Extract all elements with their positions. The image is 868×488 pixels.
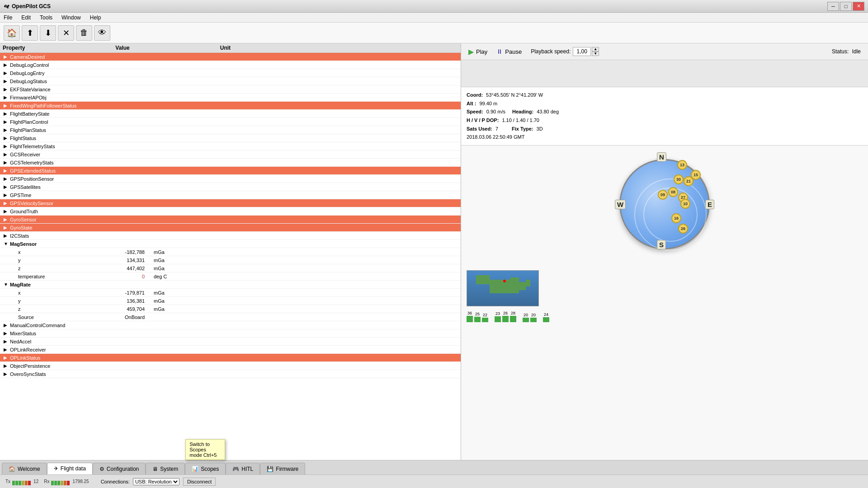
- tree-row[interactable]: ▶ GPSExtendedStatus: [0, 167, 461, 175]
- tree-area[interactable]: ▶ CameraDesired ▶ DebugLogControl ▶ Debu…: [0, 53, 461, 460]
- tx-seg: [22, 481, 24, 485]
- row-name: OveroSyncStats: [10, 371, 109, 377]
- tree-row[interactable]: y 136,381 mGa: [0, 297, 461, 305]
- row-name: FlightTelemetryStats: [10, 144, 109, 149]
- trash-button[interactable]: 🗑: [76, 25, 92, 41]
- sig-col: 20: [523, 313, 529, 322]
- tree-row[interactable]: ▶ OPLinkStatus: [0, 354, 461, 362]
- tree-row[interactable]: ▶ GCSReceiver: [0, 150, 461, 159]
- tree-row[interactable]: ▶ FlightPlanStatus: [0, 126, 461, 134]
- tree-row[interactable]: ▶ I2CStats: [0, 232, 461, 240]
- tree-row[interactable]: x -179,871 mGa: [0, 289, 461, 297]
- playback-speed-area: Playback speed: ▲ ▼: [531, 47, 599, 56]
- tree-row[interactable]: ▶ DebugLogStatus: [0, 77, 461, 85]
- tree-row[interactable]: z 459,704 mGa: [0, 305, 461, 313]
- speed-down-button[interactable]: ▼: [592, 52, 599, 56]
- tree-row[interactable]: ▶ FlightPlanControl: [0, 118, 461, 126]
- row-name: GCSTelemetryStats: [10, 160, 109, 165]
- tx-label: Tx: [5, 479, 10, 484]
- menu-edit[interactable]: Edit: [19, 14, 33, 22]
- tree-row[interactable]: z 447,402 mGa: [0, 264, 461, 272]
- tab-firmware[interactable]: 💾 Firmware: [260, 463, 305, 474]
- tab-hitl[interactable]: 🎮 HITL: [226, 463, 260, 474]
- tree-row[interactable]: ▶ OveroSyncStats: [0, 370, 461, 378]
- tree-row[interactable]: temperature 0 deg C: [0, 272, 461, 281]
- row-name: GroundTruth: [10, 209, 109, 214]
- map-land: [519, 282, 526, 290]
- tree-row[interactable]: ▶ FlightBatteryState: [0, 110, 461, 118]
- menu-file[interactable]: File: [2, 14, 14, 22]
- tree-row[interactable]: ▶ OPLinkReceiver: [0, 346, 461, 354]
- minimize-button[interactable]: ─: [827, 2, 839, 11]
- upload-button[interactable]: ⬆: [22, 25, 38, 41]
- sig-col: 22: [482, 313, 488, 322]
- speed-input[interactable]: [573, 47, 591, 56]
- play-label: Play: [476, 48, 487, 55]
- sig-bar: [543, 317, 549, 322]
- tree-row[interactable]: ▼ MagRate: [0, 281, 461, 289]
- home-button[interactable]: 🏠: [4, 25, 20, 41]
- tree-row[interactable]: ▶ DebugLogEntry: [0, 69, 461, 77]
- main-area: Property Value Unit ▶ CameraDesired ▶ De…: [0, 43, 868, 460]
- fix-area: Fix Type: 3D: [512, 125, 543, 133]
- tree-row[interactable]: ▶ GPSSatellites: [0, 183, 461, 191]
- stop-button[interactable]: ✕: [58, 25, 74, 41]
- tree-row[interactable]: ▶ EKFStateVariance: [0, 85, 461, 94]
- tree-row[interactable]: ▶ MixerStatus: [0, 329, 461, 338]
- tree-row[interactable]: ▼ MagSensor: [0, 240, 461, 248]
- tab-welcome[interactable]: 🏠 Welcome: [2, 463, 47, 474]
- tree-row[interactable]: ▶ GPSVelocitySensor: [0, 199, 461, 207]
- sat-10: 10: [680, 199, 690, 209]
- sig-col: 24: [543, 312, 549, 322]
- menu-help[interactable]: Help: [88, 14, 103, 22]
- tree-row[interactable]: ▶ GPSPositionSensor: [0, 175, 461, 183]
- tree-row[interactable]: ▶ GPSTime: [0, 191, 461, 199]
- tree-row[interactable]: ▶ GyroState: [0, 224, 461, 232]
- tree-row[interactable]: x -182,788 mGa: [0, 248, 461, 256]
- download-button[interactable]: ⬇: [40, 25, 56, 41]
- tree-row[interactable]: ▶ FixedWingPathFollowerStatus: [0, 102, 461, 110]
- heading-value: 43.80 deg: [537, 109, 559, 114]
- tree-row[interactable]: ▶ FlightStatus: [0, 134, 461, 142]
- row-name: FirmwareIAPObj: [10, 95, 109, 100]
- tree-row[interactable]: ▶ GCSTelemetryStats: [0, 159, 461, 167]
- rx-seg: [51, 481, 54, 485]
- tab-flight-data[interactable]: ✈ Flight data: [47, 463, 93, 474]
- view-button[interactable]: 👁: [94, 25, 110, 41]
- tab-configuration[interactable]: ⚙ Configuration: [93, 463, 146, 474]
- row-name: y: [18, 298, 108, 304]
- tree-row[interactable]: Source OnBoard: [0, 313, 461, 321]
- tree-row[interactable]: ▶ GyroSensor: [0, 216, 461, 224]
- map-land: [526, 280, 530, 286]
- play-button[interactable]: ▶ Play: [468, 47, 487, 56]
- tree-row[interactable]: ▶ CameraDesired: [0, 53, 461, 61]
- coord-label: Coord:: [467, 92, 483, 98]
- close-button[interactable]: ✕: [853, 2, 864, 11]
- pause-label: Pause: [505, 48, 522, 55]
- tree-row[interactable]: ▶ GroundTruth: [0, 207, 461, 216]
- expand-arrow: ▶: [4, 127, 10, 132]
- tree-row[interactable]: ▶ ObjectPersistence: [0, 362, 461, 370]
- connections-select[interactable]: USB: Revolution: [133, 478, 179, 485]
- expand-arrow: ▶: [4, 339, 10, 344]
- tab-scopes[interactable]: 📊 Scopes Switch to Scopes mode Ctrl+5: [185, 463, 226, 474]
- tree-row[interactable]: ▶ NedAccel: [0, 338, 461, 346]
- pause-button[interactable]: ⏸ Pause: [496, 48, 522, 55]
- row-unit: mGa: [154, 266, 181, 271]
- speed-up-button[interactable]: ▲: [592, 47, 599, 52]
- menu-tools[interactable]: Tools: [38, 14, 54, 22]
- menu-window[interactable]: Window: [60, 14, 83, 22]
- tree-row[interactable]: y 134,331 mGa: [0, 256, 461, 264]
- tree-row[interactable]: ▶ DebugLogControl: [0, 61, 461, 69]
- disconnect-button[interactable]: Disconnect: [183, 478, 216, 486]
- rx-seg: [61, 481, 63, 485]
- speed-line: Speed: 0.90 m/s Heading: 43.80 deg: [467, 108, 863, 116]
- tab-system[interactable]: 🖥 System: [146, 463, 185, 474]
- tree-row[interactable]: ▶ ManualControlCommand: [0, 321, 461, 329]
- maximize-button[interactable]: □: [840, 2, 852, 11]
- tree-row[interactable]: ▶ FirmwareIAPObj: [0, 94, 461, 102]
- expand-arrow: ▶: [4, 355, 10, 360]
- tree-row[interactable]: ▶ FlightTelemetryStats: [0, 142, 461, 150]
- expand-arrow: ▶: [4, 371, 10, 376]
- system-icon: 🖥: [152, 466, 158, 472]
